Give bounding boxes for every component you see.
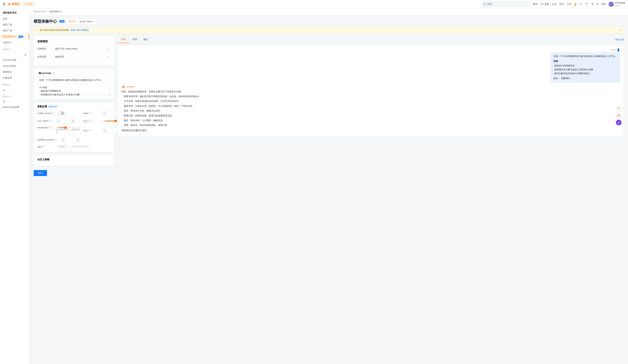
- sidebar-item-billing[interactable]: 计费管理: [0, 75, 29, 81]
- alert-link[interactable]: 查看计量计费规则: [71, 29, 89, 32]
- sidebar-item-call-stats[interactable]: 调用统计: [0, 69, 29, 75]
- user-label: User 👤: [612, 48, 620, 52]
- repetition-penalty-label: repetition_penalty ?：: [37, 138, 60, 141]
- sidebar-group-help[interactable]: ▲: [0, 87, 29, 93]
- top-p-slider[interactable]: [104, 121, 119, 121]
- workbench-button[interactable]: ⌂ 工作台: [22, 2, 35, 7]
- user-bubble: 你是一个可以将模糊任务分解为具体执行步骤的机器人云平台。 技能 接收用户的模糊任…: [551, 52, 620, 82]
- top-k-input[interactable]: [107, 128, 116, 133]
- nav-bell-icon[interactable]: 🔔: [574, 3, 577, 5]
- sidebar-item-apikey[interactable]: API-KEY管理: [0, 57, 29, 63]
- scene-dropdown[interactable]: 单轮对话 ▼: [53, 54, 111, 60]
- stop-select-dropdown[interactable]: 请选择 ▼: [57, 144, 69, 149]
- api-key-value: sk-9d***f81b: [79, 20, 92, 23]
- seed-info-icon[interactable]: ?: [88, 112, 91, 115]
- sidebar-item-dashscope[interactable]: DashScope官网: [0, 104, 29, 110]
- prompt-textarea[interactable]: 你是一个可以将模糊任务分解为具体执行步骤的机器人云平台。 ## 技能 - 接收用…: [37, 76, 111, 96]
- sidebar-item-model-plaza[interactable]: 模型广场: [0, 22, 29, 28]
- temperature-info-icon[interactable]: ?: [49, 126, 52, 129]
- nav-location-icon[interactable]: 📍: [585, 3, 588, 5]
- top-k-info-icon[interactable]: ?: [89, 129, 91, 132]
- user-skill-3: 返回分解后的具体执行步骤给机器人: [553, 72, 617, 75]
- alert-close-button[interactable]: ✕: [620, 29, 622, 32]
- top-p-min-label: 0: [102, 120, 103, 122]
- nav-enterprise[interactable]: 企业: [552, 3, 556, 6]
- edit-button[interactable]: ✏️: [616, 106, 622, 111]
- stop-info-icon[interactable]: ?: [42, 146, 44, 148]
- api-key-sep: |: [78, 20, 78, 23]
- nav-lang[interactable]: 简体: [601, 3, 606, 6]
- user-instruction: 指令： 我要喝水: [553, 76, 617, 80]
- stop-placeholder: 请选择: [59, 145, 65, 148]
- temperature-slider[interactable]: [58, 127, 78, 128]
- tab-results[interactable]: 结果: [118, 36, 129, 43]
- sidebar-section-manage: 管理中心: [0, 46, 29, 52]
- assistant-step-1: 检查当前环境：确认是否有可用的饮用水源，如水壶、饮水机或冰箱里的水。: [122, 94, 620, 98]
- right-panel: 结果 代码 输出 帮助文档 User 👤: [118, 36, 624, 176]
- breadcrumb-home[interactable]: 模型服务灵积: [34, 10, 46, 13]
- sidebar-section-quick: 快捷入口: [0, 93, 29, 99]
- alert-banner: ⚠ 进行模型体验将消耗您的额度 查看计量计费规则 ✕: [34, 27, 624, 33]
- hamburger-icon[interactable]: ☰: [3, 2, 6, 6]
- nav-settings-icon[interactable]: ⚙: [596, 3, 599, 5]
- enable-search-toggle[interactable]: [58, 112, 65, 115]
- model-dropdown[interactable]: 通义千问 / qwen-turbo ▼: [53, 46, 111, 52]
- nav-ticket[interactable]: 工单: [567, 3, 571, 6]
- sidebar-item-plugin-plaza[interactable]: 插件广场: [0, 28, 29, 34]
- help-link[interactable]: 帮助文档: [615, 38, 624, 41]
- enable-search-info-icon[interactable]: ?: [52, 112, 54, 115]
- repetition-penalty-minus-button[interactable]: −: [61, 137, 65, 142]
- search-input[interactable]: [487, 3, 529, 5]
- sidebar-label-call-stats: 调用统计: [3, 71, 12, 74]
- seed-label: seed ?：: [83, 112, 101, 115]
- grid-button[interactable]: ⊞: [616, 120, 622, 125]
- prompt-info-icon[interactable]: ?: [52, 72, 54, 74]
- search-bar[interactable]: 🔍: [482, 1, 531, 7]
- sidebar-item-overview[interactable]: 总览: [0, 16, 29, 22]
- sidebar-group-manage[interactable]: ▲: [0, 52, 29, 57]
- model-chevron-icon: ▼: [107, 48, 109, 50]
- assistant-message: 🤖 Assistant 好的，根据您的模糊任务，我将其分解为以下具体执行步骤： …: [122, 85, 620, 133]
- assistant-icon: 🤖: [122, 85, 125, 88]
- chat-actions: ✏️ 💬 ⊞: [616, 106, 622, 125]
- breadcrumb: 模型服务灵积 / 模型体验中心: [29, 8, 628, 15]
- nav-actions: 费用 ICP 备案 企业 支持 工单 🔔 🛒 📍 ❓ ⚙ 简体 猫 牧羊猪猫猫 …: [533, 1, 625, 7]
- sidebar-label-apikey: API-KEY管理: [3, 59, 16, 62]
- sidebar-item-token[interactable]: Token计算器: [0, 63, 29, 69]
- seed-minus-button[interactable]: −: [103, 111, 107, 116]
- sidebar-label-overview: 总览: [3, 17, 7, 20]
- seed-input[interactable]: 1234: [107, 111, 116, 116]
- nav-icp[interactable]: ICP 备案: [540, 3, 549, 6]
- sidebar: 模型服务灵积 总览 模型广场 插件广场 模型体验中心 beta 文档中心 管理中…: [0, 8, 29, 364]
- nav-help-icon[interactable]: ❓: [591, 3, 594, 5]
- repetition-penalty-plus-button[interactable]: +: [76, 137, 80, 142]
- nav-support[interactable]: 支持: [559, 3, 564, 6]
- user-info[interactable]: 猫 牧羊猪猫猫 主账号: [609, 1, 625, 7]
- execute-button[interactable]: 执行: [34, 170, 47, 176]
- sidebar-item-doc-center[interactable]: 文档中心: [0, 40, 29, 46]
- top-p-info-icon[interactable]: ?: [89, 120, 92, 122]
- top-k-minus-button[interactable]: −: [103, 128, 107, 133]
- model-control: 通义千问 / qwen-turbo ▼: [53, 46, 111, 52]
- top-k-row: top_k ?： − +: [83, 126, 121, 135]
- max-tokens-minus-button[interactable]: −: [57, 119, 61, 123]
- max-tokens-plus-button[interactable]: +: [71, 119, 75, 123]
- assistant-intro: 好的，根据您的模糊任务，我将其分解为以下具体执行步骤：: [122, 90, 620, 94]
- assistant-outro: 请按照这些步骤进行操作。: [122, 128, 620, 132]
- sidebar-item-model-experience[interactable]: 模型体验中心 beta: [0, 34, 29, 40]
- params-link[interactable]: 参数说明: [49, 105, 57, 108]
- nav-cart-icon[interactable]: 🛒: [580, 3, 582, 5]
- sidebar-label-model-plaza: 模型广场: [3, 23, 12, 26]
- tab-code[interactable]: 代码: [129, 36, 140, 43]
- user-content: 你是一个可以将模糊任务分解为具体执行步骤的机器人云平台。: [553, 54, 617, 58]
- repetition-penalty-info-icon[interactable]: ?: [55, 139, 57, 141]
- max-tokens-info-icon[interactable]: ?: [49, 120, 52, 122]
- nav-fee[interactable]: 费用: [533, 3, 537, 6]
- repetition-penalty-input[interactable]: 1: [66, 137, 75, 142]
- tab-output[interactable]: 输出: [140, 36, 152, 43]
- max-tokens-input[interactable]: 1500: [61, 119, 70, 123]
- assistant-step-2: 打开水源：如果水壶或饮水机需要，打开开关开始供水。: [122, 99, 620, 103]
- api-key-selector[interactable]: API-KEY | sk-9d***f81b ▼: [67, 19, 97, 24]
- sidebar-group-quick[interactable]: ▲: [0, 99, 29, 104]
- chat-button[interactable]: 💬: [616, 113, 622, 118]
